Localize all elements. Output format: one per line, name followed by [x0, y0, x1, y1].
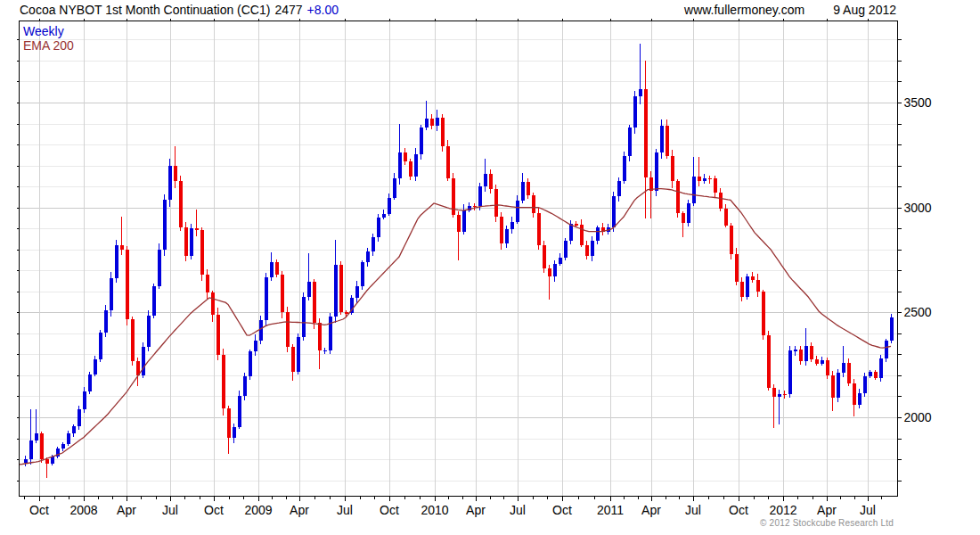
chart-window: Oct2008AprJulOct2009AprJulOct2010AprJulO… — [0, 0, 980, 535]
x-tick-label: Oct — [380, 503, 399, 517]
price-change: +8.00 — [307, 3, 339, 17]
legend: Weekly EMA 200 — [23, 24, 74, 53]
chart-header: Cocoa NYBOT 1st Month Continuation (CC1)… — [20, 3, 896, 17]
x-tick-label: Jul — [685, 503, 701, 517]
x-tick-label: Apr — [117, 503, 136, 517]
x-tick-label: Jul — [337, 503, 353, 517]
x-tick-label: Oct — [729, 503, 748, 517]
last-price: 2477 — [274, 3, 302, 17]
x-tick-label: 2011 — [597, 503, 624, 517]
x-tick-label: Apr — [290, 503, 309, 517]
date-text: 9 Aug 2012 — [833, 3, 896, 17]
price-chart: Oct2008AprJulOct2009AprJulOct2010AprJulO… — [0, 0, 980, 535]
header-right: www.fullermoney.com 9 Aug 2012 — [684, 3, 896, 17]
x-tick-label: Apr — [641, 503, 661, 517]
ema-line — [20, 189, 891, 465]
x-tick-label: Oct — [29, 503, 49, 517]
website-text: www.fullermoney.com — [684, 3, 804, 17]
x-tick-label: 2012 — [769, 503, 796, 517]
x-tick-label: Jul — [860, 503, 876, 517]
x-tick-label: Jul — [510, 503, 526, 517]
y-tick-label: 3500 — [904, 95, 932, 110]
instrument-name: Cocoa NYBOT 1st Month Continuation (CC1) — [20, 3, 270, 17]
x-tick-labels: Oct2008AprJulOct2009AprJulOct2010AprJulO… — [29, 503, 876, 517]
legend-weekly-label: Weekly — [23, 24, 74, 38]
x-tick-label: 2008 — [69, 503, 97, 517]
x-tick-label: 2010 — [421, 503, 448, 517]
y-tick-label: 3000 — [904, 201, 932, 215]
chart-title: Cocoa NYBOT 1st Month Continuation (CC1)… — [20, 3, 339, 17]
x-tick-label: Jul — [162, 503, 178, 517]
x-tick-label: Oct — [552, 503, 572, 517]
x-tick-label: Apr — [466, 503, 486, 517]
x-tick-label: Apr — [817, 503, 837, 517]
x-tick-label: 2009 — [244, 503, 272, 517]
x-tick-label: Oct — [204, 503, 224, 517]
y-tick-labels: 3500300025002000 — [904, 95, 932, 424]
candles-layer — [24, 44, 894, 478]
copyright-text: © 2012 Stockcube Research Ltd — [760, 518, 894, 528]
legend-ema-label: EMA 200 — [23, 38, 74, 53]
y-tick-label: 2500 — [904, 305, 932, 319]
y-tick-label: 2000 — [904, 410, 932, 424]
